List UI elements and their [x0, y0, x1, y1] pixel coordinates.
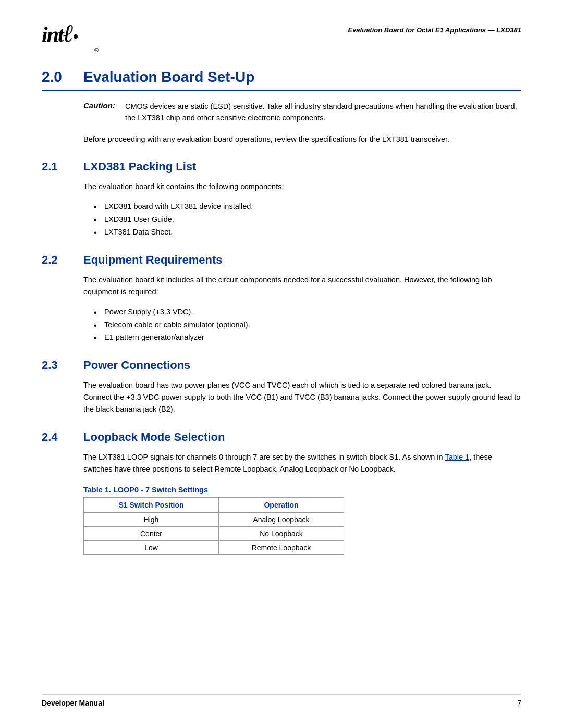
- table-header-col1: S1 Switch Position: [84, 498, 219, 513]
- section-2-2-content: The evaluation board kit includes all th…: [83, 274, 521, 344]
- table-row: High Analog Loopback: [84, 513, 344, 527]
- section-2-4-title: Loopback Mode Selection: [83, 430, 225, 444]
- table-row: Low Remote Loopback: [84, 541, 344, 555]
- table-cell: Center: [84, 527, 219, 541]
- section-2-4-number: 2.4: [42, 430, 73, 444]
- caution-label: Caution:: [83, 101, 125, 124]
- section-2-2-bullets: Power Supply (+3.3 VDC). Telecom cable o…: [94, 305, 521, 344]
- section-2-0: 2.0 Evaluation Board Set-Up Caution: CMO…: [42, 69, 521, 145]
- section-2-1-para: The evaluation board kit contains the fo…: [83, 181, 521, 193]
- section-2-4-heading: 2.4 Loopback Mode Selection: [42, 430, 521, 444]
- table-row: Center No Loopback: [84, 527, 344, 541]
- bullet-item: LXD381 User Guide.: [94, 213, 521, 226]
- section-2-1: 2.1 LXD381 Packing List The evaluation b…: [42, 160, 521, 239]
- intel-logo: intℓ ®: [42, 21, 104, 53]
- section-rule: [42, 90, 521, 91]
- section-2-0-title: Evaluation Board Set-Up: [83, 69, 254, 85]
- bullet-item: LXT381 Data Sheet.: [94, 226, 521, 239]
- table-cell: High: [84, 513, 219, 527]
- section-2-3-para: The evaluation board has two power plane…: [83, 379, 521, 416]
- caution-block: Caution: CMOS devices are static (ESD) s…: [83, 101, 521, 124]
- table-wrapper: S1 Switch Position Operation High Analog…: [83, 497, 521, 555]
- section-2-4: 2.4 Loopback Mode Selection The LXT381 L…: [42, 430, 521, 555]
- section-2-2-heading: 2.2 Equipment Requirements: [42, 253, 521, 267]
- section-2-2-number: 2.2: [42, 253, 73, 267]
- table-1-link[interactable]: Table 1: [445, 453, 469, 461]
- table-caption: Table 1. LOOP0 - 7 Switch Settings: [83, 486, 521, 494]
- page-footer: Developer Manual 7: [42, 694, 521, 707]
- section-2-3-title: Power Connections: [83, 359, 190, 372]
- table-cell: No Loopback: [219, 527, 344, 541]
- section-2-2-title: Equipment Requirements: [83, 253, 222, 267]
- caution-text: CMOS devices are static (ESD) sensitive.…: [125, 101, 521, 124]
- table-cell: Analog Loopback: [219, 513, 344, 527]
- table-cell: Remote Loopback: [219, 541, 344, 555]
- table-header-col2: Operation: [219, 498, 344, 513]
- page-header: intℓ ® Evaluation Board for Octal E1 App…: [42, 21, 521, 53]
- footer-page-number: 7: [517, 699, 521, 707]
- section-2-2-para: The evaluation board kit includes all th…: [83, 274, 521, 298]
- section-2-3: 2.3 Power Connections The evaluation boa…: [42, 359, 521, 416]
- section-2-4-para: The LXT381 LOOP signals for channels 0 t…: [83, 451, 521, 475]
- section-2-4-content: The LXT381 LOOP signals for channels 0 t…: [83, 451, 521, 475]
- footer-left-text: Developer Manual: [42, 699, 104, 707]
- section-2-0-para: Before proceeding with any evaluation bo…: [83, 133, 521, 145]
- section-2-1-heading: 2.1 LXD381 Packing List: [42, 160, 521, 174]
- section-2-0-para-text: Before proceeding with any evaluation bo…: [83, 133, 521, 145]
- section-2-1-content: The evaluation board kit contains the fo…: [83, 181, 521, 239]
- bullet-item: Power Supply (+3.3 VDC).: [94, 305, 521, 318]
- bullet-item: LXD381 board with LXT381 device installe…: [94, 200, 521, 213]
- section-2-1-title: LXD381 Packing List: [83, 160, 196, 174]
- header-title: Evaluation Board for Octal E1 Applicatio…: [348, 21, 521, 34]
- section-2-3-number: 2.3: [42, 359, 73, 372]
- bullet-item: E1 pattern generator/analyzer: [94, 331, 521, 344]
- section-2-3-content: The evaluation board has two power plane…: [83, 379, 521, 416]
- section-2-0-number: 2.0: [42, 69, 73, 85]
- section-2-1-bullets: LXD381 board with LXT381 device installe…: [94, 200, 521, 239]
- section-2-1-number: 2.1: [42, 160, 73, 174]
- table-cell: Low: [84, 541, 219, 555]
- section-2-0-heading: 2.0 Evaluation Board Set-Up: [42, 69, 521, 85]
- loop-switch-table: S1 Switch Position Operation High Analog…: [83, 497, 344, 555]
- section-2-2: 2.2 Equipment Requirements The evaluatio…: [42, 253, 521, 344]
- section-2-3-heading: 2.3 Power Connections: [42, 359, 521, 372]
- bullet-item: Telecom cable or cable simulator (option…: [94, 318, 521, 331]
